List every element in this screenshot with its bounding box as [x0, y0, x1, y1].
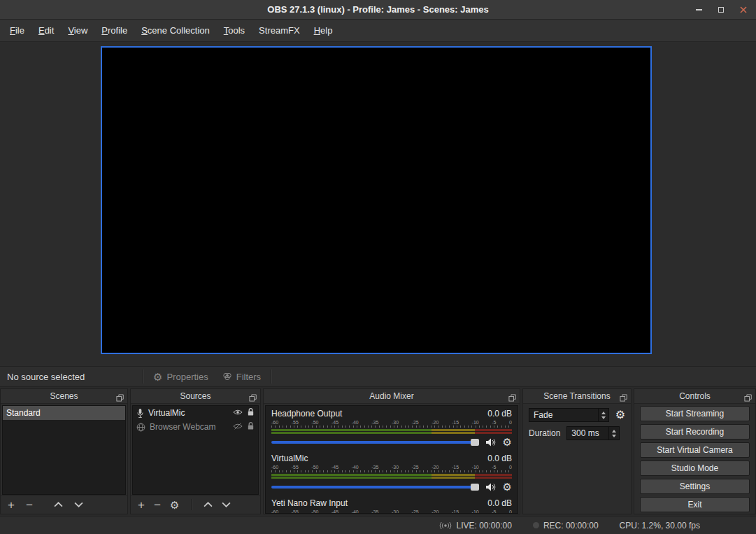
volume-slider[interactable]	[271, 486, 479, 489]
menu-streamfx[interactable]: StreamFX	[252, 20, 307, 41]
sources-dock-body: VirtualMic Browser Webcam	[131, 404, 260, 514]
mixer-db-scale: -60-55-50-45-40-35-30-25-20-15-10-50	[271, 465, 512, 470]
toolbar-separator	[271, 370, 271, 384]
maximize-icon	[718, 7, 724, 13]
audio-level-meter	[271, 429, 512, 434]
broadcast-icon	[439, 521, 452, 530]
window-controls	[687, 0, 755, 20]
maximize-button[interactable]	[710, 0, 732, 20]
dock-float-icon[interactable]	[744, 392, 752, 405]
window-title: OBS 27.1.3 (linux) - Profile: James - Sc…	[267, 4, 488, 15]
scene-transitions-dock: Scene Transitions Fade ⚙ Duration 300 ms	[522, 388, 632, 514]
add-scene-button[interactable]: +	[8, 499, 15, 511]
mixer-channel-name: VirtualMic	[271, 454, 308, 463]
lock-icon	[247, 421, 255, 430]
sources-dock: Sources VirtualMic	[130, 388, 261, 514]
add-source-button[interactable]: +	[138, 499, 145, 511]
speaker-icon[interactable]	[485, 437, 497, 447]
spinbox-arrows[interactable]	[608, 427, 619, 440]
start-streaming-button[interactable]: Start Streaming	[640, 406, 750, 421]
menu-help[interactable]: Help	[307, 20, 340, 41]
exit-button[interactable]: Exit	[640, 497, 750, 512]
menu-scene-collection[interactable]: Scene Collection	[134, 20, 217, 41]
source-item-browser-webcam[interactable]: Browser Webcam	[133, 420, 258, 434]
scene-item-standard[interactable]: Standard	[3, 406, 125, 420]
preview-canvas[interactable]	[101, 46, 652, 354]
lock-icon	[247, 407, 255, 416]
gear-icon[interactable]: ⚙	[503, 437, 512, 447]
mixer-dock-header: Audio Mixer	[264, 389, 520, 404]
controls-dock-body: Start Streaming Start Recording Start Vi…	[634, 404, 755, 514]
properties-button[interactable]: ⚙ Properties	[146, 368, 215, 385]
record-dot-icon	[533, 522, 539, 528]
close-button[interactable]	[732, 0, 755, 20]
lock-toggle[interactable]	[247, 421, 255, 433]
remove-source-button[interactable]: −	[154, 499, 161, 511]
start-virtual-camera-button[interactable]: Start Virtual Camera	[640, 442, 750, 458]
lock-toggle[interactable]	[247, 407, 255, 419]
menu-tools[interactable]: Tools	[217, 20, 252, 41]
combo-arrows	[598, 409, 608, 421]
gear-icon[interactable]: ⚙	[615, 409, 625, 421]
dock-float-icon[interactable]	[116, 392, 124, 405]
minimize-button[interactable]	[687, 0, 710, 20]
sources-list[interactable]: VirtualMic Browser Webcam	[132, 405, 259, 495]
visibility-toggle[interactable]	[233, 408, 243, 418]
duration-spinbox[interactable]: 300 ms	[566, 426, 620, 440]
source-properties-button[interactable]: ⚙	[170, 500, 179, 510]
visibility-toggle[interactable]	[233, 422, 243, 432]
scenes-list[interactable]: Standard	[2, 405, 126, 495]
mixer-dock-body: Headphone Output 0.0 dB -60-55-50-45-40-…	[264, 404, 520, 514]
dock-float-icon[interactable]	[620, 392, 627, 405]
source-down-button[interactable]	[222, 502, 231, 507]
start-recording-button[interactable]: Start Recording	[640, 424, 750, 440]
controls-dock: Controls Start Streaming Start Recording…	[634, 388, 756, 514]
mixer-channel-db: 0.0 dB	[487, 454, 512, 463]
globe-icon	[136, 423, 145, 432]
dock-area: Scenes Standard + −	[0, 388, 756, 514]
speaker-icon[interactable]	[485, 482, 497, 492]
dock-float-icon[interactable]	[508, 392, 516, 405]
source-up-button[interactable]	[204, 502, 213, 507]
scenes-dock-header: Scenes	[1, 389, 127, 404]
source-item-virtualmic[interactable]: VirtualMic	[133, 406, 258, 420]
chevron-up-icon	[204, 502, 213, 507]
slider-handle[interactable]	[471, 439, 479, 446]
remove-scene-button[interactable]: −	[26, 499, 33, 511]
mixer-db-scale: -60-55-50-45-40-35-30-25-20-15-10-50	[271, 420, 512, 425]
settings-button[interactable]: Settings	[640, 479, 750, 494]
no-source-label: No source selected	[0, 372, 140, 382]
scenes-dock-title: Scenes	[50, 391, 78, 401]
mixer-tick-marks	[271, 470, 512, 472]
eye-slash-icon	[233, 423, 243, 430]
menu-view[interactable]: View	[61, 20, 94, 41]
slider-handle[interactable]	[471, 484, 479, 491]
transition-select[interactable]: Fade	[529, 408, 609, 422]
volume-slider[interactable]	[271, 441, 479, 444]
close-icon	[740, 6, 747, 13]
status-bar: LIVE: 00:00:00 REC: 00:00:00 CPU: 1.2%, …	[0, 516, 756, 534]
studio-mode-button[interactable]: Studio Mode	[640, 461, 750, 476]
menu-bar: File Edit View Profile Scene Collection …	[0, 20, 756, 42]
toolbar-separator	[191, 499, 192, 510]
dock-float-icon[interactable]	[249, 392, 257, 405]
controls-dock-title: Controls	[679, 391, 711, 401]
filters-label: Filters	[236, 372, 261, 382]
menu-profile[interactable]: Profile	[94, 20, 134, 41]
workspace	[0, 42, 756, 366]
transitions-dock-body: Fade ⚙ Duration 300 ms	[523, 404, 631, 514]
minimize-icon	[696, 9, 702, 10]
menu-edit[interactable]: Edit	[31, 20, 61, 41]
source-name: VirtualMic	[148, 408, 229, 418]
menu-file[interactable]: File	[3, 20, 31, 41]
scene-up-button[interactable]	[54, 502, 63, 507]
source-name: Browser Webcam	[150, 422, 229, 432]
gear-icon[interactable]: ⚙	[503, 482, 512, 492]
mixer-channel-name: Yeti Nano Raw Input	[271, 498, 348, 508]
filters-button[interactable]: Filters	[215, 368, 268, 385]
scene-down-button[interactable]	[74, 502, 83, 507]
cpu-fps-stats: CPU: 1.2%, 30.00 fps	[620, 521, 700, 531]
arrow-down-icon	[601, 416, 606, 419]
source-toolbar: No source selected ⚙ Properties Filters	[0, 366, 756, 387]
arrow-up-icon	[612, 430, 616, 433]
